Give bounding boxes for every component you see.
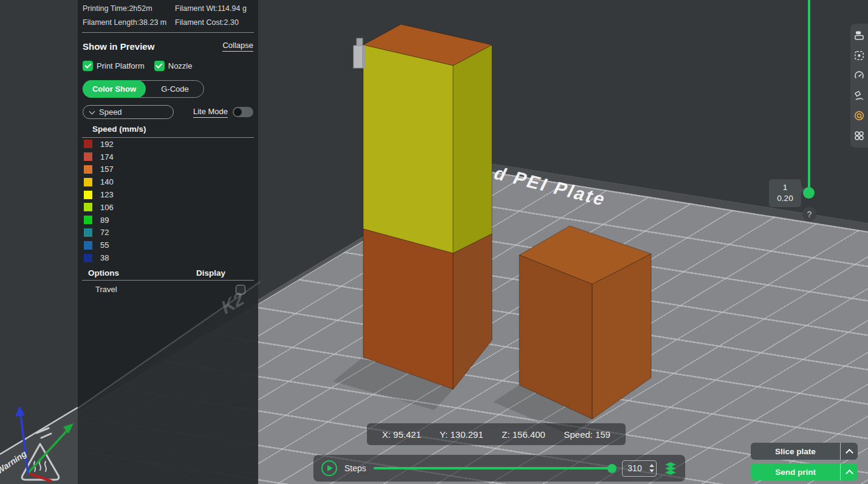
slice-plate-button[interactable]: Slice plate [751, 443, 858, 460]
legend-value: 106 [100, 203, 114, 212]
chevron-up-icon [846, 449, 853, 457]
steps-label: Steps [344, 463, 366, 473]
status-speed: Speed: 159 [564, 429, 610, 440]
send-print-button[interactable]: Send print [751, 463, 858, 480]
legend-value: 72 [100, 228, 109, 237]
status-y: Y: 130.291 [440, 429, 484, 440]
stats-divider [82, 32, 254, 33]
filament-spool-icon[interactable] [853, 110, 865, 121]
lite-mode-label: Lite Mode [193, 107, 228, 118]
status-x: X: 95.421 [382, 429, 421, 440]
tab-color-show[interactable]: Color Show [83, 80, 146, 98]
filament-weight: Filament Wt:114.94 g [175, 4, 253, 13]
gauge-icon[interactable] [853, 70, 865, 81]
slicer-preview-window: d PEI Plate Warning [0, 0, 868, 484]
legend-swatch [84, 254, 92, 262]
collapse-link[interactable]: Collapse [222, 41, 253, 52]
apps-icon[interactable] [853, 130, 865, 141]
layer-preview-icon[interactable] [853, 30, 865, 41]
platform-icon[interactable] [853, 50, 865, 61]
scheme-value: Speed [99, 107, 122, 117]
legend-row: 89 [78, 214, 258, 227]
tab-g-code[interactable]: G-Code [146, 81, 203, 97]
legend-swatch [84, 241, 92, 250]
lite-mode-toggle[interactable] [233, 107, 253, 117]
legend-row: 38 [78, 251, 258, 264]
legend-value: 89 [100, 216, 109, 225]
legend-row: 106 [78, 201, 258, 214]
legend-swatch [84, 165, 92, 174]
legend-value: 157 [100, 165, 114, 174]
status-z: Z: 156.400 [502, 429, 545, 440]
steps-spinner[interactable]: 310 [622, 460, 657, 477]
legend-value: 140 [100, 177, 114, 186]
legend-title: Speed (mm/s) [92, 124, 258, 134]
legend-swatch [84, 228, 92, 237]
print-platform-label: Print Platform [97, 61, 145, 70]
filament-length: Filament Length:38.23 m [83, 18, 175, 27]
legend-value: 38 [100, 253, 109, 262]
spinner-down-icon[interactable] [649, 469, 654, 472]
filament-cost: Filament Cost:2.30 [175, 18, 253, 27]
checkbox-checked-icon [83, 61, 93, 71]
travel-label: Travel [95, 285, 117, 294]
slice-options-split[interactable] [840, 443, 858, 460]
checkbox-checked-icon [154, 61, 165, 71]
printing-time: Printing Time:2h52m [83, 4, 175, 13]
legend-row: 55 [78, 239, 258, 251]
layers-toggle-button[interactable] [664, 462, 677, 475]
layer-number: 1 [783, 182, 788, 193]
preview-sidebar: Printing Time:2h52m Filament Wt:114.94 g… [78, 0, 258, 484]
legend-row: 140 [78, 176, 258, 188]
print-platform-checkbox[interactable]: Print Platform [83, 61, 145, 71]
view-toolbar [850, 24, 868, 148]
legend-value: 192 [100, 140, 114, 149]
legend-row: 123 [78, 188, 258, 201]
panel-title: Show in Preview [83, 41, 154, 52]
options-divider [82, 280, 254, 281]
steps-value: 310 [623, 463, 647, 473]
chevron-up-icon [846, 469, 853, 477]
play-button[interactable] [321, 460, 337, 476]
options-header: Options [88, 268, 119, 278]
legend-swatch [84, 178, 92, 186]
send-print-label[interactable]: Send print [751, 463, 840, 480]
spinner-arrows[interactable] [647, 464, 656, 472]
color-scheme-dropdown[interactable]: Speed [83, 105, 174, 119]
legend-value: 55 [100, 240, 109, 250]
legend-row: 72 [78, 227, 258, 239]
layers-icon [664, 462, 677, 475]
toggle-knob [234, 108, 242, 116]
nozzle-marker [354, 38, 365, 68]
legend-value: 123 [100, 190, 114, 199]
help-button[interactable]: ? [802, 207, 816, 221]
legend-swatch [84, 203, 92, 211]
mode-tabs: Color Show G-Code [83, 80, 204, 98]
spotlight-icon[interactable] [853, 90, 865, 101]
print-stats: Printing Time:2h52m Filament Wt:114.94 g… [78, 0, 258, 32]
legend-swatch [84, 216, 92, 224]
legend-value: 174 [100, 152, 114, 162]
speed-legend: 19217415714012310689725538 [78, 138, 258, 264]
gcode-status-bar: X: 95.421 Y: 130.291 Z: 156.400 Speed: 1… [367, 423, 626, 445]
slice-plate-label[interactable]: Slice plate [751, 443, 840, 460]
legend-swatch [84, 191, 92, 199]
spinner-up-icon[interactable] [649, 464, 654, 467]
legend-row: 192 [78, 138, 258, 151]
layer-height: 0.20 [777, 193, 793, 204]
layer-slider-handle[interactable] [803, 187, 815, 199]
legend-swatch [84, 140, 92, 148]
layer-slider-tooltip: 1 0.20 [769, 179, 801, 207]
legend-row: 157 [78, 163, 258, 176]
steps-slider-handle[interactable] [607, 464, 617, 473]
legend-swatch [84, 152, 92, 161]
layer-slider-track[interactable] [808, 0, 810, 190]
nozzle-checkbox[interactable]: Nozzle [154, 61, 193, 71]
send-options-split[interactable] [840, 463, 858, 480]
steps-bar: Steps 310 [313, 455, 685, 482]
nozzle-label: Nozzle [168, 61, 193, 70]
steps-slider[interactable] [374, 467, 615, 469]
legend-row: 174 [78, 151, 258, 163]
display-header: Display [196, 268, 225, 278]
chevron-down-icon [89, 108, 95, 114]
